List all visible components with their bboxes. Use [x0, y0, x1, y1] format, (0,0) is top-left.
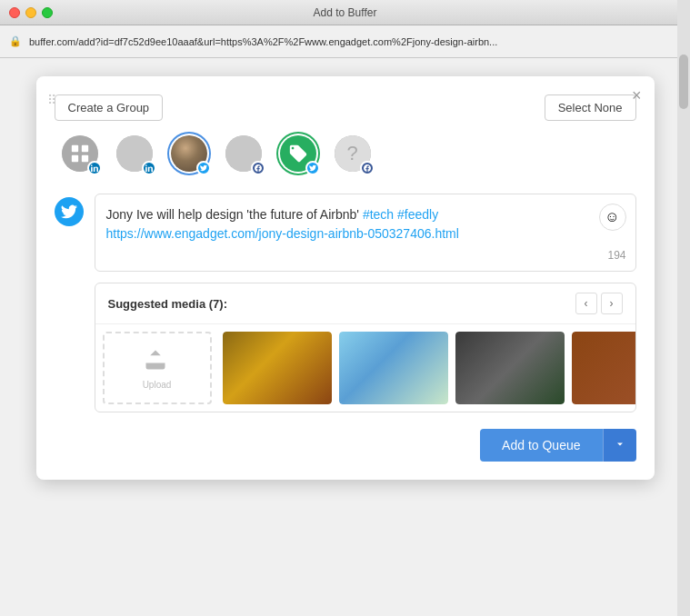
suggested-media-section: Suggested media (7): ‹ › Upload [95, 283, 636, 412]
add-to-queue-dropdown-button[interactable] [603, 429, 636, 462]
char-count: 194 [607, 249, 625, 262]
scrollbar-thumb[interactable] [679, 55, 688, 109]
close-dialog-button[interactable]: × [632, 87, 642, 104]
avatar-item-4[interactable] [225, 135, 267, 177]
media-thumb-3[interactable] [455, 332, 565, 404]
avatar-item-5[interactable] [280, 135, 322, 177]
avatar-item-6[interactable]: ? [335, 135, 376, 177]
svg-rect-2 [71, 155, 77, 162]
select-none-button[interactable]: Select None [545, 94, 636, 121]
avatar-item-2[interactable] [116, 135, 158, 177]
avatar-badge-twitter-1 [196, 161, 211, 175]
upload-icon: Upload [143, 347, 172, 390]
addressbar: 🔒 buffer.com/add?id=df7c52d9ee10aaaf&url… [0, 25, 690, 58]
lock-icon: 🔒 [9, 35, 22, 47]
media-next-button[interactable]: › [601, 293, 623, 314]
avatar-item-1[interactable] [62, 135, 104, 177]
media-thumb-4[interactable] [572, 332, 635, 404]
svg-rect-1 [81, 145, 87, 152]
dialog-top-row: Create a Group Select None [55, 94, 636, 121]
suggested-media-header: Suggested media (7): ‹ › [95, 283, 635, 324]
minimize-window-button[interactable] [25, 7, 36, 18]
media-thumb-1[interactable] [223, 332, 332, 404]
compose-text[interactable]: Jony Ive will help design 'the future of… [106, 205, 625, 260]
close-window-button[interactable] [9, 7, 20, 18]
add-to-queue-button[interactable]: Add to Queue [480, 429, 602, 462]
compose-area: Jony Ive will help design 'the future of… [55, 194, 636, 272]
main-area: ⠿ × Create a Group Select None [0, 58, 690, 616]
twitter-icon-small-2 [309, 164, 316, 172]
create-group-button[interactable]: Create a Group [55, 94, 164, 121]
titlebar: Add to Buffer [0, 0, 690, 25]
dialog-card: ⠿ × Create a Group Select None [36, 76, 655, 480]
media-prev-button[interactable]: ‹ [575, 293, 597, 314]
linkedin-icon-small [91, 164, 98, 172]
chevron-down-icon [615, 439, 625, 450]
twitter-bird-icon [61, 204, 77, 220]
media-image-1 [223, 332, 332, 404]
dialog-footer: Add to Queue [55, 429, 636, 462]
media-image-2 [339, 332, 448, 404]
facebook-icon-small-2 [364, 164, 371, 172]
maximize-window-button[interactable] [42, 7, 53, 18]
twitter-icon-small [200, 164, 207, 172]
grid-icon [70, 144, 90, 164]
avatar-row: ? [55, 135, 636, 177]
suggested-media-title: Suggested media (7): [108, 297, 227, 311]
avatar-badge-facebook-2 [360, 161, 375, 175]
media-thumbnails: Upload [95, 324, 635, 412]
facebook-icon-small [255, 164, 262, 172]
media-image-3 [455, 332, 565, 404]
svg-rect-0 [71, 145, 77, 152]
twitter-account-icon [55, 197, 84, 226]
avatar-badge-twitter-2 [305, 161, 320, 175]
compose-box[interactable]: Jony Ive will help design 'the future of… [95, 194, 636, 272]
tag-icon [288, 144, 308, 164]
avatar-item-3[interactable] [171, 135, 213, 177]
scrollbar-track[interactable] [677, 0, 690, 616]
window-controls[interactable] [9, 7, 53, 18]
media-thumb-2[interactable] [339, 332, 448, 404]
avatar-badge-linkedin-1 [87, 161, 102, 175]
media-nav: ‹ › [575, 293, 623, 314]
drag-handle[interactable]: ⠿ [47, 93, 56, 107]
media-image-4 [572, 332, 635, 404]
avatar-badge-facebook-1 [251, 161, 265, 175]
window-title: Add to Buffer [314, 6, 377, 19]
svg-rect-3 [81, 155, 87, 162]
address-text: buffer.com/add?id=df7c52d9ee10aaaf&url=h… [29, 36, 497, 47]
avatar-badge-linkedin-2 [142, 161, 156, 175]
linkedin-icon-small-2 [145, 164, 153, 172]
emoji-button[interactable]: ☺ [599, 204, 626, 231]
upload-media-button[interactable]: Upload [103, 332, 212, 404]
